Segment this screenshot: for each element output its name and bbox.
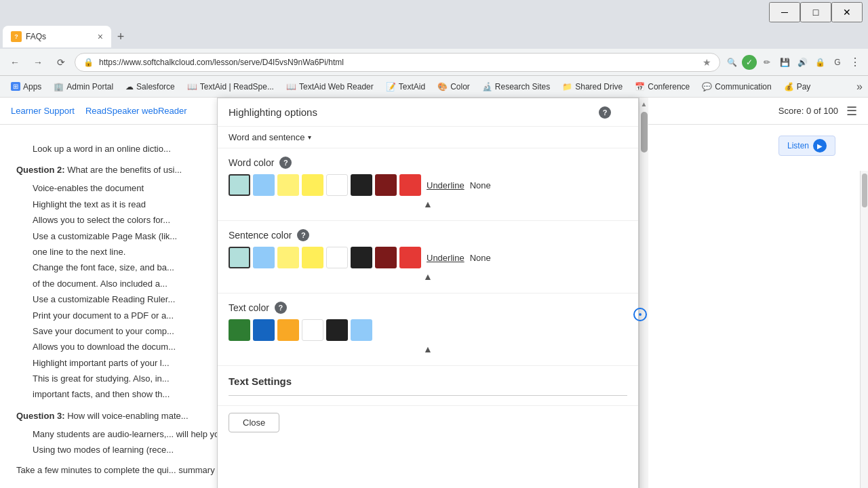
list-item: Highlight important parts of your l... xyxy=(33,355,243,371)
sentence-color-help-icon[interactable]: ? xyxy=(297,229,309,241)
panel-help-icon[interactable]: ? xyxy=(599,106,611,119)
sentence-color-mint[interactable] xyxy=(229,247,250,268)
word-color-blue[interactable] xyxy=(253,174,275,196)
bookmark-favicon: 📝 xyxy=(386,82,396,92)
tab-title: FAQs xyxy=(26,32,46,41)
sentence-color-up-arrow[interactable]: ▲ xyxy=(229,268,627,285)
list-item: Using two modes of learning (rece... xyxy=(33,442,243,458)
bookmark-textaid[interactable]: 📝 TextAid xyxy=(380,81,431,93)
list-item: Allows you to select the colors for... xyxy=(33,212,243,228)
list-item: Save your document to your comp... xyxy=(33,323,243,339)
word-color-black[interactable] xyxy=(351,174,372,196)
bookmark-textaid-web-reader[interactable]: 📖 TextAid Web Reader xyxy=(281,81,379,93)
word-color-up-arrow[interactable]: ▲ xyxy=(229,196,627,212)
panel-header: Highlighting options ? xyxy=(218,98,638,127)
maximize-button[interactable]: □ xyxy=(800,2,831,22)
listen-button[interactable]: Listen ▶ xyxy=(778,136,835,156)
scroll-up-icon[interactable]: ▲ xyxy=(639,99,649,109)
extension-icon-7[interactable]: ⋮ xyxy=(848,55,863,70)
panel-scrollbar[interactable]: ▲ xyxy=(639,98,648,488)
sentence-underline-option[interactable]: Underline xyxy=(427,253,465,263)
word-color-darkred[interactable] xyxy=(375,174,397,196)
bookmark-favicon: 🔬 xyxy=(482,82,492,92)
extension-icon-5[interactable]: 🔒 xyxy=(812,55,827,70)
word-color-red[interactable] xyxy=(399,174,421,196)
extension-icon-3[interactable]: 💾 xyxy=(777,55,792,70)
bookmark-research-sites[interactable]: 🔬 Research Sites xyxy=(477,81,555,93)
bookmark-color[interactable]: 🎨 Color xyxy=(432,81,475,93)
text-color-white[interactable] xyxy=(302,319,323,341)
extension-icon-2[interactable]: ✏ xyxy=(760,55,774,70)
text-color-help-icon[interactable]: ? xyxy=(275,302,287,314)
search-icon[interactable]: 🔍 xyxy=(724,55,739,70)
bookmark-communication[interactable]: 💬 Communication xyxy=(696,81,776,93)
text-color-lightblue[interactable] xyxy=(351,319,372,341)
url-bar[interactable]: 🔒 https://www.softchalkcloud.com/lesson/… xyxy=(75,53,720,72)
word-color-yellow1[interactable] xyxy=(277,174,299,196)
word-color-white[interactable] xyxy=(326,174,348,196)
sentence-color-black[interactable] xyxy=(351,247,372,268)
bookmark-label: Shared Drive xyxy=(575,82,623,92)
menu-icon[interactable]: ☰ xyxy=(846,104,857,119)
bookmark-label: Salesforce xyxy=(136,82,175,92)
bookmark-conference[interactable]: 📅 Conference xyxy=(629,81,695,93)
close-button[interactable]: Close xyxy=(229,413,279,432)
sentence-color-darkred[interactable] xyxy=(375,247,397,268)
word-none-option[interactable]: None xyxy=(470,180,491,190)
word-color-mint[interactable] xyxy=(229,174,250,196)
extension-icon-4[interactable]: 🔊 xyxy=(795,55,810,70)
tab-close-button[interactable]: × xyxy=(98,31,103,42)
word-sentence-dropdown[interactable]: Word and sentence ▾ xyxy=(229,132,627,142)
bookmark-apps[interactable]: ⊞ Apps xyxy=(5,81,47,93)
sentence-color-section: Sentence color ? Underline None ▲ xyxy=(218,221,638,293)
learner-support-link[interactable]: Learner Support xyxy=(11,106,75,116)
text-color-yellow[interactable] xyxy=(277,319,299,341)
word-color-help-icon[interactable]: ? xyxy=(279,157,292,169)
sentence-none-option[interactable]: None xyxy=(470,253,491,263)
dropdown-arrow-icon: ▾ xyxy=(308,134,311,141)
bookmark-pay[interactable]: 💰 Pay xyxy=(778,81,816,93)
bookmark-admin-portal[interactable]: 🏢 Admin Portal xyxy=(48,81,119,93)
back-button[interactable]: ← xyxy=(5,53,24,72)
extension-icon-1[interactable]: ✓ xyxy=(742,55,757,70)
sentence-color-white[interactable] xyxy=(326,247,348,268)
main-scrollbar[interactable] xyxy=(860,171,868,488)
bookmark-textaid-readspeaker[interactable]: 📖 TextAid | ReadSpe... xyxy=(182,81,279,93)
bookmark-label: Conference xyxy=(648,82,690,92)
text-color-up-arrow[interactable]: ▲ xyxy=(229,341,627,357)
bookmark-label: Admin Portal xyxy=(66,82,113,92)
dropdown-label: Word and sentence xyxy=(229,132,305,142)
text-color-blue[interactable] xyxy=(253,319,275,341)
list-item: Print your document to a PDF or a... xyxy=(33,308,243,323)
text-color-row xyxy=(229,319,627,341)
minimize-button[interactable]: ─ xyxy=(769,2,800,22)
sentence-color-yellow2[interactable] xyxy=(302,247,323,268)
extension-icon-6[interactable]: G xyxy=(830,55,845,70)
bookmark-shared-drive[interactable]: 📁 Shared Drive xyxy=(557,81,628,93)
sentence-color-yellow1[interactable] xyxy=(277,247,299,268)
more-bookmarks-button[interactable]: » xyxy=(856,81,863,93)
bookmark-label: TextAid | ReadSpe... xyxy=(200,82,274,92)
list-item: This is great for studying. Also, in... xyxy=(33,371,243,386)
browser-tab[interactable]: ? FAQs × xyxy=(3,26,111,47)
highlighting-panel: Highlighting options ? Word and sentence… xyxy=(217,98,648,488)
text-color-label: Text color xyxy=(229,302,269,313)
bookmark-salesforce[interactable]: ☁ Salesforce xyxy=(120,81,180,93)
text-color-section: Text color ? ▲ xyxy=(218,293,638,366)
reload-button[interactable]: ⟳ xyxy=(52,53,71,72)
readspeaker-link[interactable]: ReadSpeaker webReader xyxy=(85,106,187,116)
forward-button[interactable]: → xyxy=(28,53,47,72)
sentence-color-red[interactable] xyxy=(399,247,421,268)
word-color-row: Underline None xyxy=(229,174,627,196)
sentence-color-blue[interactable] xyxy=(253,247,275,268)
word-color-yellow2[interactable] xyxy=(302,174,323,196)
scroll-thumb[interactable] xyxy=(641,112,648,152)
bookmark-label: TextAid Web Reader xyxy=(299,82,374,92)
scroll-thumb[interactable] xyxy=(862,174,867,207)
close-window-button[interactable]: ✕ xyxy=(831,2,863,22)
text-color-green[interactable] xyxy=(229,319,250,341)
new-tab-button[interactable]: + xyxy=(111,27,130,46)
word-underline-option[interactable]: Underline xyxy=(427,180,465,190)
sentence-color-label: Sentence color xyxy=(229,230,292,241)
text-color-black[interactable] xyxy=(326,319,348,341)
